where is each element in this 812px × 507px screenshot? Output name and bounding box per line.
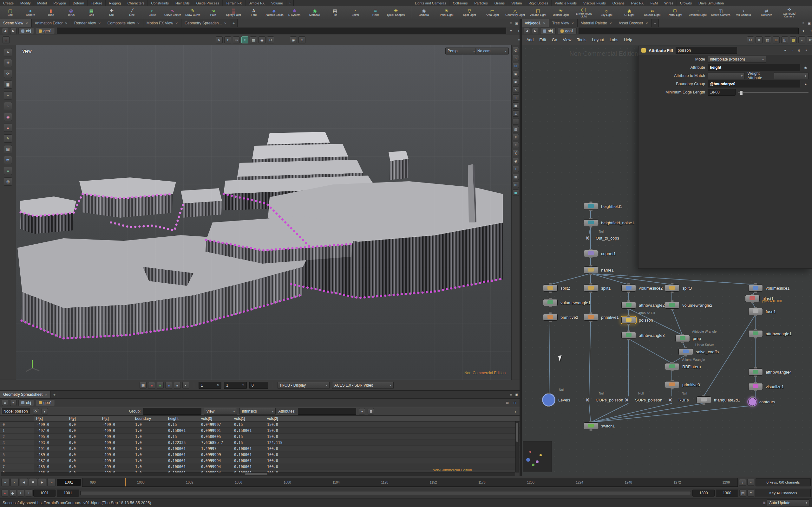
table-row[interactable]: 4-491.00.0-499.01.00.1000011.499970.1000… xyxy=(0,446,519,452)
pane-maximize-icon[interactable]: ▣ xyxy=(806,20,812,26)
edit-points-icon[interactable]: ∴ xyxy=(4,102,12,110)
shelf-tab[interactable]: Vellum xyxy=(508,0,525,6)
node-shape-icon[interactable] xyxy=(621,332,636,339)
tool-area-light[interactable]: ▭ Area Light xyxy=(481,6,504,19)
column-header[interactable]: height xyxy=(165,416,199,421)
align-icon[interactable]: ≡ xyxy=(4,167,12,175)
current-frame-marker[interactable] xyxy=(125,478,125,487)
tool-platonic-solids[interactable]: ◆ Platonic Solids xyxy=(264,6,284,19)
frame-range-bar[interactable] xyxy=(80,491,691,495)
tab-material-palette[interactable]: Material Palette✕ xyxy=(577,19,616,27)
sheet-list-icon[interactable]: ▤ xyxy=(504,400,510,406)
frame-all-icon[interactable]: ⊞ xyxy=(513,63,519,69)
groups-icon[interactable]: ▦ xyxy=(4,145,12,153)
frame-selected-icon[interactable]: ▣ xyxy=(513,71,519,77)
node-shape-icon[interactable] xyxy=(665,302,679,308)
tool-file[interactable]: ▤ File xyxy=(325,6,345,19)
shelf-tab[interactable]: Pyro FX xyxy=(628,0,647,6)
add-pane-tab-button[interactable]: ＋ xyxy=(51,391,58,398)
network-node-heightfield_noise1[interactable]: heightfield_noise1 xyxy=(583,219,635,226)
tool-point-light[interactable]: ☀ Point Light xyxy=(435,6,458,19)
menu-item[interactable]: Tools xyxy=(574,38,589,42)
tool-volume-light[interactable]: ◫ Volume Light xyxy=(526,6,549,19)
autokey-toggle-icon[interactable]: ● xyxy=(1,490,8,497)
tab-animation-editor[interactable]: Animation Editor✕ xyxy=(32,19,71,27)
playback-start-field[interactable]: 1001 xyxy=(57,490,79,497)
ruler-icon[interactable]: ≡ xyxy=(513,142,519,148)
key-all-channels-button[interactable]: Key All Channels xyxy=(756,489,811,497)
pane-menu-icon[interactable]: ≡ xyxy=(508,392,514,397)
network-node-triangulate2d1[interactable]: triangulate2d1 xyxy=(697,396,740,403)
soft-edit-icon[interactable]: ◉ xyxy=(4,113,12,121)
shelf-tab[interactable]: Deform xyxy=(69,0,88,6)
link-icon[interactable]: ∞ xyxy=(2,400,8,406)
intrinsics-dropdown[interactable]: Intrinsics xyxy=(240,408,275,415)
shelf-tab[interactable]: Oceans xyxy=(609,0,628,6)
sculpt-icon[interactable]: ▲ xyxy=(4,124,12,132)
node-shape-icon[interactable] xyxy=(748,308,763,315)
breadcrumb-root[interactable]: obj xyxy=(540,27,556,34)
column-header[interactable]: boundary xyxy=(133,416,165,421)
tab-geometry-spreadsh[interactable]: Geometry Spreadsh...✕ xyxy=(182,19,230,27)
horizontal-scrollbar[interactable] xyxy=(1,472,515,476)
tool-l-system[interactable]: ⋔ L-System xyxy=(284,6,305,19)
shelf-tab[interactable]: Simple FX xyxy=(246,0,268,6)
colorspace-dropdown[interactable]: sRGB - Display xyxy=(277,382,329,389)
node-shape-icon[interactable] xyxy=(621,302,636,308)
close-tab-icon[interactable]: ✕ xyxy=(137,21,140,25)
select-arrow-icon[interactable]: ➤ xyxy=(4,48,12,56)
pane-splitter[interactable] xyxy=(519,19,522,476)
normals-icon[interactable]: ⊥ xyxy=(513,110,519,117)
vertical-scrollbar[interactable] xyxy=(515,421,519,472)
mode-dropdown[interactable]: Interpolate (Poisson) xyxy=(708,56,766,63)
network-node-primitive3[interactable]: primitive3 xyxy=(665,381,700,388)
pane-menu-icon[interactable]: ≡ xyxy=(508,20,514,26)
network-minimap[interactable] xyxy=(523,441,552,472)
search-icon[interactable]: ⌕ xyxy=(798,37,805,43)
shelf-tab[interactable]: Viscous Fluids xyxy=(580,0,609,6)
shelf-tab[interactable]: Wires xyxy=(661,0,677,6)
mirror-icon[interactable]: ⇄ xyxy=(4,156,12,164)
close-tab-icon[interactable]: ✕ xyxy=(65,21,67,25)
overview-icon[interactable]: ⌗ xyxy=(756,37,763,43)
tool-gamepad-camera[interactable]: ✜ Gamepad Camera xyxy=(778,6,801,19)
play-reverse-button[interactable]: ◄ xyxy=(20,478,28,487)
list-view-icon[interactable]: ▤ xyxy=(764,37,771,43)
shelf-tab[interactable]: Guide Process xyxy=(193,0,223,6)
funnel-icon[interactable]: ▼ xyxy=(359,408,365,414)
node-shape-icon[interactable] xyxy=(543,314,558,321)
shelf-tab[interactable]: Model xyxy=(34,0,50,6)
tool-grid[interactable]: ▦ Grid xyxy=(81,6,101,19)
tab-obj-geo1[interactable]: /obj/geo1✕ xyxy=(522,19,549,27)
snap-mode-icon[interactable]: ⌖ xyxy=(241,37,248,43)
tool-circle[interactable]: ○ Circle xyxy=(142,6,162,19)
play-button[interactable]: ► xyxy=(38,478,46,487)
shelf-tab[interactable]: Collisions xyxy=(450,0,471,6)
zoom-timeline-icon[interactable]: ⌕ xyxy=(747,479,754,486)
network-editor[interactable]: Non-Commercial Edition Geometry heightfi… xyxy=(522,45,812,476)
table-options-icon[interactable]: ⊞ xyxy=(368,408,374,414)
swatch-grid-icon[interactable]: ▩ xyxy=(140,382,147,389)
node-shape-icon[interactable]: ✕ xyxy=(621,397,632,403)
network-node-primitive2[interactable]: primitive2 xyxy=(543,314,578,321)
shelf-tab[interactable]: Terrain FX xyxy=(223,0,246,6)
node-shape-icon[interactable] xyxy=(583,203,598,210)
tool-torus[interactable]: ◎ Torus xyxy=(61,6,81,19)
pane-maximize-icon[interactable]: ▣ xyxy=(514,392,519,397)
close-tab-icon[interactable]: ✕ xyxy=(175,21,178,25)
network-node-poisson[interactable]: poissonAttribute Fill xyxy=(621,317,653,324)
tool-box[interactable]: ▢ Box xyxy=(0,6,20,19)
node-name-field[interactable]: poisson xyxy=(676,47,737,54)
range-lock-icon[interactable]: ▤ xyxy=(740,490,746,497)
node-shape-icon[interactable] xyxy=(583,285,598,291)
tool-path[interactable]: ↝ Path xyxy=(203,6,223,19)
network-node-copnet1[interactable]: copnet1 xyxy=(583,250,616,257)
menu-item[interactable]: Edit xyxy=(537,38,549,42)
tool-caustic-light[interactable]: ≋ Caustic Light xyxy=(641,6,664,19)
tool-line[interactable]: ╱ Line xyxy=(122,6,142,19)
network-node-split3[interactable]: split3 xyxy=(665,285,692,291)
sheet-info-icon[interactable]: i xyxy=(513,408,518,414)
light-icon[interactable]: ☀ xyxy=(513,87,519,93)
menu-item[interactable]: Labs xyxy=(607,38,621,42)
node-shape-icon[interactable] xyxy=(583,422,598,429)
